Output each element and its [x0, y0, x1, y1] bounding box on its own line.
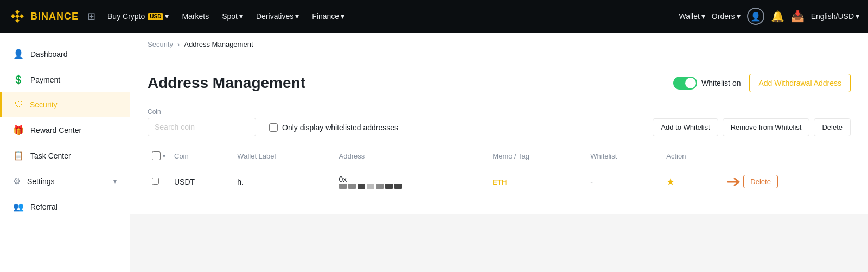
sidebar: 👤 Dashboard 💲 Payment 🛡 Security 🎁 Rewar…	[0, 33, 130, 272]
sidebar-item-referral[interactable]: 👥 Referral	[0, 194, 130, 219]
chevron-down-icon: ▾	[856, 12, 859, 21]
table-row: USDT h. 0x	[148, 167, 851, 197]
whitelist-only-filter: Only display whitelisted addresses	[269, 123, 398, 132]
th-action: Action	[662, 145, 723, 167]
mask-block-6	[385, 184, 393, 189]
th-whitelist: Whitelist	[586, 145, 662, 167]
whitelist-star-icon[interactable]: ★	[666, 176, 675, 187]
gift-icon: 🎁	[13, 125, 24, 135]
orange-arrow-icon	[727, 176, 742, 187]
remove-from-whitelist-button[interactable]: Remove from Whitelist	[723, 118, 810, 136]
chevron-down-icon: ▾	[341, 12, 344, 21]
nav-badge-usd: USD	[148, 13, 163, 20]
breadcrumb: Security › Address Management	[130, 33, 868, 56]
breadcrumb-parent[interactable]: Security	[148, 40, 173, 48]
nav-derivatives[interactable]: Derivatives ▾	[251, 0, 304, 33]
delete-row-button[interactable]: Delete	[743, 175, 778, 188]
notifications-icon[interactable]: 🔔	[771, 10, 784, 23]
sidebar-item-settings[interactable]: ⚙ Settings ▾	[0, 168, 130, 194]
sidebar-item-dashboard[interactable]: 👤 Dashboard	[0, 41, 130, 67]
td-memo: -	[586, 167, 662, 197]
chevron-down-icon: ▾	[701, 12, 705, 21]
td-coin: USDT	[170, 167, 233, 197]
svg-marker-0	[15, 10, 20, 14]
svg-marker-2	[20, 14, 24, 18]
user-icon: 👤	[750, 11, 761, 22]
delete-selected-button[interactable]: Delete	[814, 118, 851, 136]
mask-block-5	[376, 184, 384, 189]
whitelist-toggle-label: Whitelist on	[701, 79, 741, 87]
th-select: ▾	[148, 145, 170, 167]
shield-icon: 🛡	[15, 100, 23, 110]
nav-right-area: Wallet ▾ Orders ▾ 👤 🔔 📥 English/USD ▾	[679, 8, 859, 25]
address-mask	[339, 184, 484, 189]
nav-buy-crypto[interactable]: Buy Crypto USD ▾	[102, 0, 174, 33]
whitelist-only-checkbox[interactable]	[269, 123, 278, 132]
chevron-down-icon: ▾	[239, 12, 243, 21]
search-coin-input[interactable]	[148, 118, 256, 136]
mask-block-2	[348, 184, 356, 189]
whitelist-only-label[interactable]: Only display whitelisted addresses	[282, 123, 398, 132]
sidebar-item-task-center[interactable]: 📋 Task Center	[0, 143, 130, 168]
coin-filter-label: Coin	[148, 108, 256, 116]
address-table: ▾ Coin Wallet Label Address	[148, 145, 851, 197]
select-dropdown-icon[interactable]: ▾	[163, 153, 165, 159]
nav-spot[interactable]: Spot ▾	[216, 0, 248, 33]
sidebar-item-payment[interactable]: 💲 Payment	[0, 67, 130, 92]
logo[interactable]: BINANCE	[9, 8, 79, 25]
logo-text: BINANCE	[30, 11, 79, 22]
filter-row: Coin Only display whitelisted addresses …	[148, 107, 851, 136]
th-address: Address	[335, 145, 489, 167]
chevron-down-icon: ▾	[737, 12, 741, 21]
grid-icon[interactable]: ⊞	[87, 10, 95, 22]
task-icon: 📋	[13, 150, 24, 161]
select-all-checkbox[interactable]	[152, 151, 161, 160]
breadcrumb-current: Address Management	[184, 40, 253, 48]
toggle-knob	[685, 78, 696, 88]
svg-marker-1	[11, 14, 15, 18]
address-table-wrap: ▾ Coin Wallet Label Address	[148, 145, 851, 197]
add-withdrawal-address-button[interactable]: Add Withdrawal Address	[749, 74, 851, 92]
mask-block-7	[394, 184, 402, 189]
language-selector[interactable]: English/USD ▾	[811, 12, 859, 21]
referral-icon: 👥	[13, 201, 24, 212]
breadcrumb-separator: ›	[177, 40, 180, 48]
th-wallet-label: Wallet Label	[233, 145, 334, 167]
chevron-down-icon: ▾	[165, 12, 169, 21]
td-action: Delete	[723, 167, 851, 197]
mask-block-1	[339, 184, 347, 189]
download-icon[interactable]: 📥	[791, 10, 805, 23]
chevron-down-icon: ▾	[113, 178, 117, 185]
binance-logo-icon	[9, 8, 26, 25]
whitelist-action-buttons: Add to Whitelist Remove from Whitelist D…	[653, 118, 851, 136]
whitelist-toggle-area: Whitelist on	[673, 77, 741, 90]
mask-block-3	[358, 184, 365, 189]
sidebar-item-security[interactable]: 🛡 Security	[0, 92, 130, 117]
gear-icon: ⚙	[13, 176, 21, 186]
nav-finance[interactable]: Finance ▾	[307, 0, 350, 33]
page-header: Address Management Whitelist on Add With…	[148, 74, 851, 92]
nav-markets[interactable]: Markets	[176, 0, 214, 33]
th-coin: Coin	[170, 145, 233, 167]
th-memo: Memo / Tag	[488, 145, 586, 167]
chevron-down-icon: ▾	[295, 12, 299, 21]
td-address: 0x	[335, 167, 489, 197]
nav-orders[interactable]: Orders ▾	[712, 12, 741, 21]
sidebar-item-reward-center[interactable]: 🎁 Reward Center	[0, 117, 130, 143]
td-network: ETH	[488, 167, 586, 197]
table-header-row: ▾ Coin Wallet Label Address	[148, 145, 851, 167]
nav-wallet[interactable]: Wallet ▾	[679, 12, 705, 21]
main-content: Security › Address Management Address Ma…	[130, 33, 868, 272]
main-layout: 👤 Dashboard 💲 Payment 🛡 Security 🎁 Rewar…	[0, 33, 868, 272]
add-to-whitelist-button[interactable]: Add to Whitelist	[653, 118, 718, 136]
row-checkbox[interactable]	[152, 178, 159, 185]
profile-icon[interactable]: 👤	[747, 8, 764, 25]
td-checkbox	[148, 167, 170, 197]
td-wallet-label: h.	[233, 167, 334, 197]
top-navigation: BINANCE ⊞ Buy Crypto USD ▾ Markets Spot …	[0, 0, 868, 33]
user-icon: 👤	[13, 49, 24, 59]
coin-filter-group: Coin	[148, 108, 256, 136]
header-right-controls: Whitelist on Add Withdrawal Address	[673, 74, 851, 92]
svg-marker-3	[15, 18, 20, 23]
whitelist-toggle[interactable]	[673, 77, 697, 90]
